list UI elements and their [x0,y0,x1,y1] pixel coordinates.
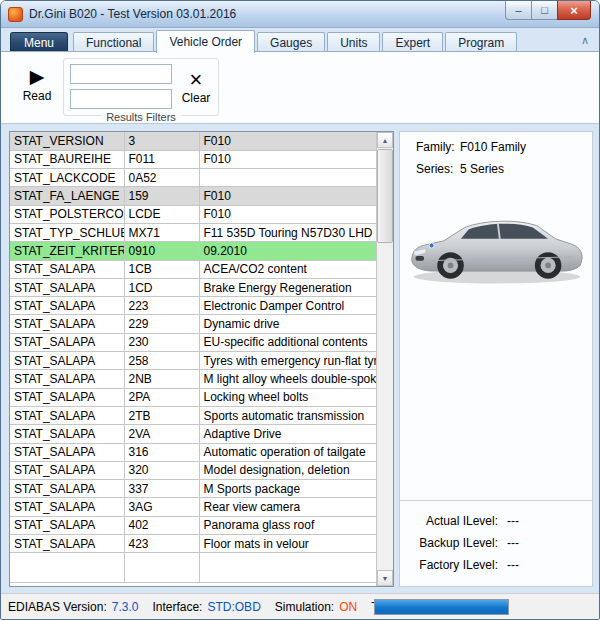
scroll-down-icon[interactable]: ▼ [377,570,393,586]
tab-bar: Menu Functional Vehicle Order Gauges Uni… [1,29,599,52]
row-code: 316 [124,443,199,461]
table-row[interactable]: STAT_SALAPA3AGRear view camera [10,498,376,516]
row-desc: ACEA/CO2 content [199,260,376,278]
table-row[interactable]: STAT_TYP_SCHLUES...MX71F11 535D Touring … [10,223,376,241]
row-code: 0A52 [124,169,199,187]
clear-label: Clear [182,91,211,105]
row-desc: Floor mats in velour [199,535,376,553]
factory-ilevel-value: --- [507,558,519,572]
table-row[interactable]: STAT_SALAPA2VAAdaptive Drive [10,425,376,443]
read-button[interactable]: ▶ Read [13,60,61,110]
series-label: Series: [416,162,460,176]
play-icon: ▶ [30,67,45,86]
tab-units[interactable]: Units [327,32,380,52]
vehicle-order-table: STAT_VERSION3F010STAT_BAUREIHEF011F010ST… [9,131,394,587]
interface-label: Interface: [152,600,202,614]
chevron-up-icon[interactable]: ∧ [581,35,589,46]
table-scrollbar[interactable]: ▲ ▼ [376,132,393,586]
row-name: STAT_TYP_SCHLUES... [10,223,124,241]
maximize-icon: □ [541,5,548,16]
close-button[interactable]: × [557,1,591,20]
title-bar[interactable]: Dr.Gini B020 - Test Version 03.01.2016 –… [1,1,599,28]
row-name: STAT_SALAPA [10,260,124,278]
vehicle-info-panel: Family: F010 Family Series: 5 Series [399,131,593,587]
row-name: STAT_SALAPA [10,333,124,351]
tab-expert[interactable]: Expert [382,32,443,52]
table-row[interactable]: STAT_ZEIT_KRITERI...091009.2010 [10,242,376,260]
table-row[interactable]: STAT_VERSION3F010 [10,132,376,150]
simulation-value: ON [339,600,357,614]
table-row[interactable]: STAT_SALAPA2TBSports automatic transmiss… [10,406,376,424]
row-name: STAT_SALAPA [10,480,124,498]
table-row[interactable]: STAT_SALAPA402Panorama glass roof [10,516,376,534]
row-desc: Panorama glass roof [199,516,376,534]
row-code: 3 [124,132,199,150]
tab-menu[interactable]: Menu [10,32,68,52]
row-name: STAT_SALAPA [10,425,124,443]
row-desc: Sports automatic transmission [199,406,376,424]
main-area: STAT_VERSION3F010STAT_BAUREIHEF011F010ST… [1,125,599,593]
table-row[interactable]: STAT_SALAPA2NBM light alloy wheels doubl… [10,370,376,388]
table-row[interactable]: STAT_SALAPA1CDBrake Energy Regeneration [10,278,376,296]
row-desc: F010 [199,187,376,205]
table-row[interactable]: STAT_SALAPA230EU-specific additional con… [10,333,376,351]
actual-ilevel-row: Actual ILevel: --- [400,510,592,532]
actual-ilevel-value: --- [507,514,519,528]
row-desc: F010 [199,132,376,150]
table-row[interactable]: STAT_POLSTERCODELCDEF010 [10,205,376,223]
table-row[interactable]: STAT_SALAPA223Electronic Damper Control [10,297,376,315]
tab-functional[interactable]: Functional [73,32,154,52]
ilevel-section: Actual ILevel: --- Backup ILevel: --- Fa… [400,500,592,586]
row-desc: F11 535D Touring N57D30 LHD ECE [199,223,376,241]
table-row[interactable]: STAT_SALAPA423Floor mats in velour [10,535,376,553]
factory-ilevel-label: Factory ILevel: [400,558,498,572]
row-code: 2VA [124,425,199,443]
scroll-up-icon[interactable]: ▲ [377,132,393,148]
row-code: 1CB [124,260,199,278]
row-desc: Rear view camera [199,498,376,516]
row-name: STAT_SALAPA [10,461,124,479]
table-row[interactable]: STAT_BAUREIHEF011F010 [10,150,376,168]
row-desc: Brake Energy Regeneration [199,278,376,296]
row-name: STAT_VERSION [10,132,124,150]
row-name: STAT_SALAPA [10,535,124,553]
tab-gauges[interactable]: Gauges [257,32,325,52]
table-row[interactable]: STAT_SALAPA320Model designation, deletio… [10,461,376,479]
row-desc: F010 [199,150,376,168]
clear-button[interactable]: × Clear [176,63,216,111]
table-row[interactable]: STAT_SALAPA229Dynamic drive [10,315,376,333]
row-code: 0910 [124,242,199,260]
table-row[interactable]: STAT_SALAPA1CBACEA/CO2 content [10,260,376,278]
minimize-button[interactable]: – [505,1,532,20]
read-label: Read [23,89,52,103]
window-controls: – □ × [506,1,591,20]
filter-input-2[interactable] [70,89,172,109]
table-row[interactable]: STAT_SALAPA2PALocking wheel bolts [10,388,376,406]
table-row[interactable]: STAT_LACKCODE0A52 [10,169,376,187]
row-code: 258 [124,352,199,370]
window-title: Dr.Gini B020 - Test Version 03.01.2016 [29,7,236,21]
row-code: F011 [124,150,199,168]
row-code: 223 [124,297,199,315]
row-desc: Dynamic drive [199,315,376,333]
backup-ilevel-label: Backup ILevel: [400,536,498,550]
table-row[interactable]: STAT_FA_LAENGE159F010 [10,187,376,205]
table-row[interactable]: STAT_SALAPA258Tyres with emergency run-f… [10,352,376,370]
interface-value: STD:OBD [207,600,260,614]
factory-ilevel-row: Factory ILevel: --- [400,554,592,576]
backup-ilevel-row: Backup ILevel: --- [400,532,592,554]
table-row-partial [10,553,376,583]
row-desc: Automatic operation of tailgate [199,443,376,461]
table-row[interactable]: STAT_SALAPA337M Sports package [10,480,376,498]
table-row[interactable]: STAT_SALAPA316Automatic operation of tai… [10,443,376,461]
results-filters-group: × Clear Results Filters [63,58,219,116]
close-icon: × [570,4,578,17]
tab-program[interactable]: Program [445,32,517,52]
row-desc: 09.2010 [199,242,376,260]
tab-vehicle-order[interactable]: Vehicle Order [156,30,255,53]
maximize-button[interactable]: □ [531,1,558,20]
filter-input-1[interactable] [70,64,172,84]
series-value: 5 Series [460,162,504,176]
row-name: STAT_SALAPA [10,516,124,534]
scroll-thumb[interactable] [377,149,393,243]
